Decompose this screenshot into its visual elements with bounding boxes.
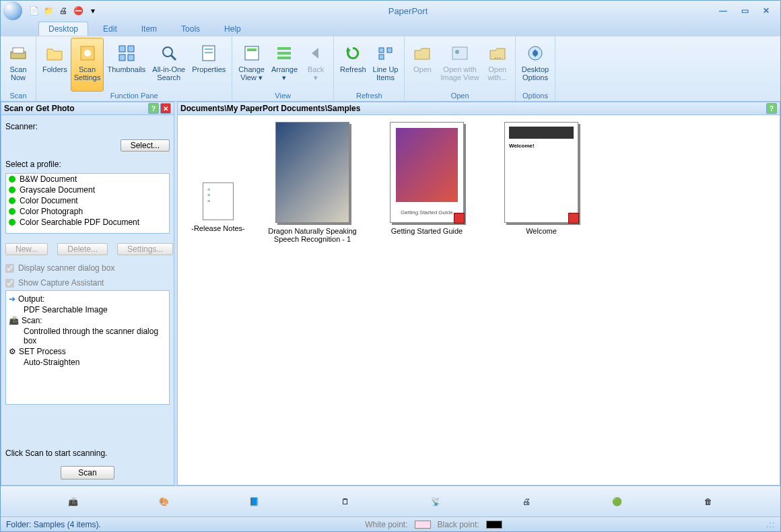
left-pane-title: Scan or Get Photo (4, 104, 75, 113)
profile-label: Color Document (20, 196, 78, 205)
svg-rect-20 (379, 55, 384, 59)
sendto-recycle-icon[interactable]: 🗑 (698, 492, 718, 512)
ribbon-open-button: Open (407, 38, 437, 92)
sendto-notes-icon[interactable]: 🗒 (335, 492, 355, 512)
thumbnail-caption: Welcome (526, 227, 557, 235)
resize-grip[interactable]: .:: (766, 520, 775, 529)
tab-desktop[interactable]: Desktop (38, 22, 88, 36)
ribbon-group-view: ChangeView ▾Arrange▾Back▾View (232, 36, 334, 101)
qat-new-icon[interactable]: 📄 (28, 5, 40, 17)
app-icon[interactable] (3, 1, 22, 20)
sendto-scanner-icon[interactable]: 📠 (63, 492, 83, 512)
show-assistant-checkbox[interactable]: Show Capture Assistant (5, 278, 170, 288)
thumbnail-area[interactable]: ≡≡≡-Release Notes-Dragon Naturally Speak… (177, 115, 780, 486)
tab-edit[interactable]: Edit (94, 22, 127, 36)
sendto-ftp-icon[interactable]: 📡 (426, 492, 446, 512)
ribbon-thumbnails-button[interactable]: Thumbnails (104, 38, 149, 92)
svg-rect-12 (205, 52, 213, 53)
sendto-notepad-icon[interactable]: 📘 (244, 492, 265, 512)
profile-item[interactable]: B&W Document (6, 174, 169, 185)
help-icon[interactable]: ? (148, 103, 159, 114)
ribbon-group-options: DesktopOptionsOptions (516, 36, 555, 101)
ribbon-label: ChangeView ▾ (238, 65, 265, 81)
thumbnail-item[interactable]: Dragon Naturally Speaking Speech Recogni… (265, 122, 360, 243)
help-icon[interactable]: ? (766, 103, 777, 114)
scanner-icon (7, 42, 29, 64)
profile-item[interactable]: Color Searchable PDF Document (6, 217, 169, 228)
profile-dot-icon (9, 176, 15, 182)
svg-rect-17 (277, 57, 291, 59)
qat-stop-icon[interactable]: ⛔ (72, 5, 84, 17)
profile-settings-button[interactable]: Settings... (117, 243, 173, 255)
show-assistant-input[interactable] (5, 279, 14, 288)
svg-rect-1 (13, 48, 24, 53)
arrange-icon (273, 42, 295, 64)
qat-print-icon[interactable]: 🖨 (57, 5, 69, 17)
ribbon-label: ScanSettings (74, 65, 101, 81)
ribbon-properties-button[interactable]: Properties (189, 38, 229, 92)
svg-rect-18 (379, 48, 384, 53)
display-dialog-checkbox[interactable]: Display scanner dialog box (5, 263, 170, 273)
lineup-icon (375, 42, 397, 64)
svg-point-3 (84, 50, 91, 57)
minimize-button[interactable]: — (717, 6, 729, 15)
profile-item[interactable]: Grayscale Document (6, 185, 169, 195)
scan-panel: Scanner: Select... Select a profile: B&W… (1, 115, 174, 486)
sendto-printer-icon[interactable]: 🖨 (516, 492, 537, 512)
ribbon-scan-settings-button[interactable]: ScanSettings (71, 38, 104, 92)
profile-dot-icon (9, 197, 15, 204)
ribbon-options-button[interactable]: DesktopOptions (518, 38, 552, 92)
scan-button[interactable]: Scan (61, 466, 114, 479)
ribbon-search-button[interactable]: All-in-OneSearch (149, 38, 189, 92)
maximize-button[interactable]: ▭ (739, 6, 751, 15)
app-title: PaperPort (99, 6, 717, 16)
ribbon-folder-button[interactable]: Folders (39, 38, 71, 92)
qat-dropdown-icon[interactable]: ▾ (87, 5, 99, 17)
svg-rect-7 (128, 55, 134, 61)
qat-folder-icon[interactable]: 📁 (42, 5, 55, 17)
ribbon-label: Open (413, 65, 432, 73)
sendto-paint-icon[interactable]: 🎨 (154, 492, 174, 512)
ribbon-scanner-button[interactable]: ScanNow (3, 38, 33, 92)
sendto-app-icon[interactable]: 🟢 (607, 492, 627, 512)
ribbon-label: Open withImage View (440, 65, 479, 81)
svg-line-9 (171, 55, 176, 60)
svg-rect-5 (128, 46, 134, 52)
ribbon-group-scan: ScanNowScan (1, 36, 36, 101)
delete-profile-button[interactable]: Delete... (57, 243, 108, 255)
svg-rect-15 (277, 47, 291, 50)
group-label: Open (407, 92, 512, 101)
back-icon (305, 42, 327, 64)
pdf-badge-icon (568, 213, 579, 224)
ribbon-back-button: Back▾ (301, 38, 331, 92)
tab-item[interactable]: Item (132, 22, 166, 36)
refresh-icon (342, 42, 364, 64)
svg-point-8 (163, 47, 172, 57)
profile-list[interactable]: B&W DocumentGrayscale DocumentColor Docu… (5, 173, 170, 234)
tab-tools[interactable]: Tools (172, 22, 209, 36)
ribbon-arrange-button[interactable]: Arrange▾ (268, 38, 301, 92)
black-point-label: Black point: (438, 520, 479, 529)
close-pane-icon[interactable]: ✕ (160, 103, 171, 114)
gear-icon: ⚙ (9, 347, 16, 356)
svg-rect-21 (452, 47, 467, 59)
profile-item[interactable]: Color Document (6, 195, 169, 206)
thumbnail-item[interactable]: ≡≡≡-Release Notes- (191, 182, 245, 232)
new-profile-button[interactable]: New... (5, 243, 48, 255)
scan-summary-box: ➔Output: PDF Searchable Image 📠Scan: Con… (5, 290, 170, 405)
send-to-bar: 📠 🎨 📘 🗒 📡 🖨 🟢 🗑 (1, 486, 780, 517)
scan-hint: Click Scan to start scanning. (5, 448, 170, 458)
ribbon-change-view-button[interactable]: ChangeView ▾ (235, 38, 268, 92)
status-folder: Folder: Samples (4 items). (6, 520, 101, 529)
close-button[interactable]: ✕ (760, 6, 772, 15)
svg-point-22 (455, 50, 459, 54)
profile-item[interactable]: Color Photograph (6, 206, 169, 217)
select-scanner-button[interactable]: Select... (121, 139, 170, 152)
thumbnail-caption: -Release Notes- (191, 224, 244, 232)
ribbon-refresh-button[interactable]: Refresh (337, 38, 370, 92)
ribbon-lineup-button[interactable]: Line UpItems (370, 38, 402, 92)
tab-help[interactable]: Help (215, 22, 250, 36)
thumbnail-item[interactable]: Getting Started GuideGetting Started Gui… (380, 122, 474, 235)
display-dialog-input[interactable] (5, 264, 14, 273)
thumbnail-item[interactable]: Welcome!Welcome (494, 122, 588, 235)
